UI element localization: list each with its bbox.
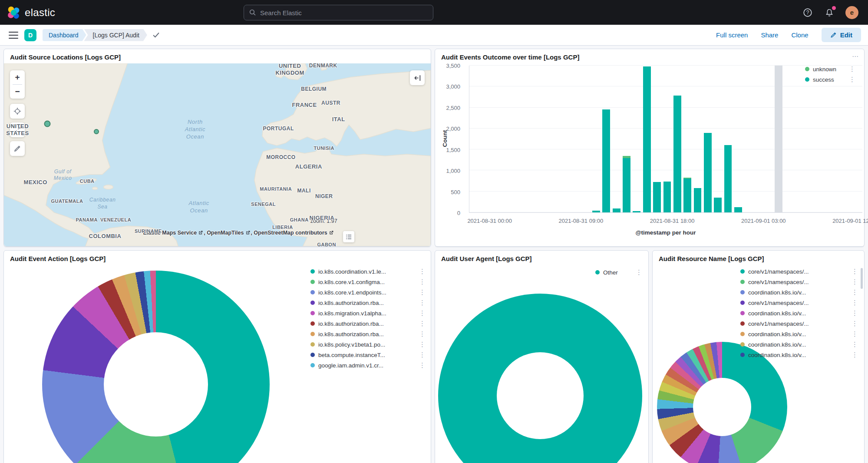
- legend-actions-icon[interactable]: ⋮: [418, 288, 426, 296]
- legend-actions-icon[interactable]: ⋮: [851, 278, 859, 286]
- space-badge[interactable]: D: [24, 29, 36, 41]
- map-locate-button[interactable]: [10, 104, 25, 119]
- global-search[interactable]: [244, 5, 433, 20]
- legend-actions-icon[interactable]: ⋮: [418, 330, 426, 338]
- legend-item[interactable]: io.k8s.core.v1.endpoints...⋮: [310, 287, 426, 298]
- edit-button[interactable]: Edit: [822, 28, 861, 42]
- tools-icon: [10, 141, 25, 156]
- legend-actions-icon[interactable]: ⋮: [851, 299, 859, 307]
- search-input[interactable]: [260, 9, 428, 17]
- legend-actions-icon[interactable]: ⋮: [851, 330, 859, 338]
- help-icon[interactable]: ?: [802, 7, 813, 18]
- legend-item[interactable]: beta.compute.instanceT...⋮: [310, 350, 426, 360]
- current-time-bar: [775, 66, 782, 212]
- legend-actions-icon[interactable]: ⋮: [418, 278, 426, 286]
- newsfeed-icon[interactable]: [824, 7, 835, 18]
- breadcrumb-current[interactable]: [Logs GCP] Audit: [84, 29, 147, 41]
- legend-item[interactable]: io.k8s.migration.v1alpha...⋮: [310, 308, 426, 318]
- bar-success: [724, 145, 732, 212]
- map-document-marker[interactable]: [94, 129, 99, 134]
- legend-actions-icon[interactable]: ⋮: [851, 288, 859, 296]
- share-button[interactable]: Share: [761, 31, 778, 39]
- legend-item[interactable]: Other⋮: [595, 267, 643, 278]
- legend-label: beta.compute.instanceT...: [318, 352, 415, 358]
- legend-actions-icon[interactable]: ⋮: [418, 299, 426, 307]
- panel-audit-resource-name: Audit Resource Name [Logs GCP] core/v1/n…: [652, 250, 865, 463]
- map-country-label: MEXICO: [24, 179, 47, 186]
- breadcrumb-dashboard[interactable]: Dashboard: [43, 29, 86, 41]
- user-agent-donut-chart[interactable]: [438, 294, 642, 463]
- x-tick-label: 2021-09-01 03:00: [741, 218, 786, 224]
- panel-options-icon[interactable]: ⋯: [852, 54, 859, 59]
- bar-success: [673, 96, 681, 212]
- map-legend-button[interactable]: [343, 231, 354, 242]
- legend-label: coordination.k8s.io/v...: [748, 310, 847, 317]
- legend-actions-icon[interactable]: ⋮: [418, 320, 426, 327]
- legend-actions-icon[interactable]: ⋮: [635, 268, 643, 276]
- map-canvas[interactable]: + − zoom: 1.: [4, 63, 431, 246]
- legend-color-dot: [310, 311, 315, 315]
- user-avatar[interactable]: e: [845, 6, 858, 19]
- map-draw-tools-button[interactable]: [10, 141, 25, 156]
- legend-scrollbar[interactable]: [861, 268, 863, 289]
- legend-actions-icon[interactable]: ⋮: [418, 309, 426, 317]
- legend-label: io.k8s.authorization.rba...: [318, 331, 415, 337]
- legend-actions-icon[interactable]: ⋮: [851, 351, 859, 359]
- legend-item[interactable]: unknown⋮: [805, 64, 856, 74]
- full-screen-button[interactable]: Full screen: [716, 31, 748, 39]
- legend-label: Other: [603, 269, 631, 276]
- map-collapse-legend-button[interactable]: [410, 70, 425, 85]
- app-header: elastic ? e: [0, 0, 868, 25]
- clone-button[interactable]: Clone: [791, 31, 808, 39]
- legend-item[interactable]: io.k8s.coordination.v1.le...⋮: [310, 266, 426, 277]
- map-ocean-label: Atlantic Ocean: [189, 200, 209, 215]
- map-zoom-control[interactable]: + −: [10, 70, 25, 99]
- outcome-plot[interactable]: 2021-08-31 00:002021-08-31 09:002021-08-…: [469, 66, 862, 213]
- legend-item[interactable]: core/v1/namespaces/...⋮: [740, 266, 859, 277]
- legend-item[interactable]: coordination.k8s.io/v...⋮: [740, 308, 859, 318]
- legend-actions-icon[interactable]: ⋮: [418, 351, 426, 359]
- legend-label: unknown: [813, 66, 845, 73]
- legend-actions-icon[interactable]: ⋮: [851, 320, 859, 327]
- event-action-donut-chart[interactable]: [42, 271, 270, 463]
- legend-item[interactable]: io.k8s.authorization.rba...⋮: [310, 329, 426, 339]
- panel-audit-user-agent: Audit User Agent [Logs GCP] Other⋮: [435, 250, 649, 463]
- resource-name-legend: core/v1/namespaces/...⋮core/v1/namespace…: [740, 266, 859, 360]
- menu-icon[interactable]: [9, 32, 18, 39]
- legend-item[interactable]: io.k8s.policy.v1beta1.po...⋮: [310, 339, 426, 350]
- legend-item[interactable]: core/v1/namespaces/...⋮: [740, 298, 859, 308]
- legend-item[interactable]: coordination.k8s.io/v...⋮: [740, 287, 859, 298]
- external-link-icon: [329, 230, 334, 235]
- legend-actions-icon[interactable]: ⋮: [418, 268, 426, 275]
- legend-item[interactable]: io.k8s.authorization.rba...⋮: [310, 298, 426, 308]
- map-country-label: PORTUGAL: [263, 126, 294, 132]
- legend-actions-icon[interactable]: ⋮: [418, 341, 426, 348]
- legend-actions-icon[interactable]: ⋮: [851, 341, 859, 348]
- legend-item[interactable]: success⋮: [805, 74, 856, 85]
- zoom-in-button[interactable]: +: [10, 70, 25, 84]
- legend-actions-icon[interactable]: ⋮: [851, 268, 859, 275]
- zoom-out-button[interactable]: −: [10, 85, 25, 99]
- legend-item[interactable]: coordination.k8s.io/v...⋮: [740, 350, 859, 360]
- elastic-wordmark: elastic: [25, 7, 55, 19]
- legend-actions-icon[interactable]: ⋮: [418, 361, 426, 369]
- legend-item[interactable]: google.iam.admin.v1.cr...⋮: [310, 360, 426, 370]
- legend-item[interactable]: io.k8s.core.v1.configma...⋮: [310, 277, 426, 287]
- map-country-label: COLOMBIA: [89, 233, 122, 240]
- elastic-logo[interactable]: elastic: [7, 0, 55, 25]
- legend-label: io.k8s.policy.v1beta1.po...: [318, 341, 415, 348]
- legend-actions-icon[interactable]: ⋮: [848, 76, 856, 83]
- legend-actions-icon[interactable]: ⋮: [848, 65, 856, 73]
- map-attribution-link[interactable]: OpenMapTiles: [207, 230, 251, 236]
- legend-actions-icon[interactable]: ⋮: [851, 309, 859, 317]
- map-country-label: GHANA: [290, 217, 309, 223]
- map-document-marker[interactable]: [44, 121, 51, 127]
- legend-item[interactable]: core/v1/namespaces/...⋮: [740, 277, 859, 287]
- legend-label: io.k8s.coordination.v1.le...: [318, 268, 415, 275]
- external-link-icon: [198, 230, 203, 235]
- legend-item[interactable]: core/v1/namespaces/...⋮: [740, 318, 859, 329]
- legend-item[interactable]: coordination.k8s.io/v...⋮: [740, 329, 859, 339]
- map-attribution-link[interactable]: OpenStreetMap contributors: [254, 230, 334, 236]
- legend-item[interactable]: io.k8s.authorization.rba...⋮: [310, 318, 426, 329]
- legend-item[interactable]: coordination.k8s.io/v...⋮: [740, 339, 859, 350]
